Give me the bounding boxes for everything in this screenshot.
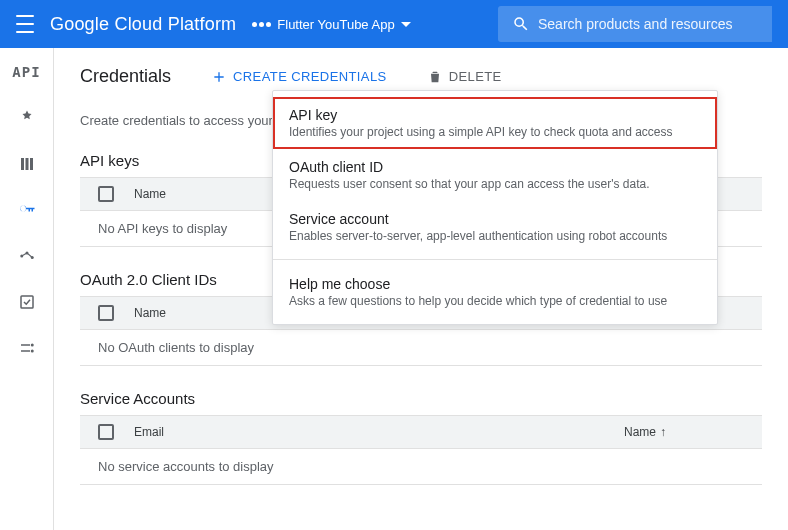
search-box[interactable] (498, 6, 772, 42)
checkbox[interactable] (98, 186, 114, 202)
search-input[interactable] (538, 16, 758, 32)
col-email[interactable]: Email (134, 425, 604, 439)
menu-item-help-me-choose[interactable]: Help me choose Asks a few questions to h… (273, 266, 717, 318)
create-credentials-label: CREATE CREDENTIALS (233, 69, 387, 84)
checkbox[interactable] (98, 305, 114, 321)
project-name: Flutter YouTube App (277, 17, 394, 32)
menu-item-oauth-client-id[interactable]: OAuth client ID Requests user consent so… (273, 149, 717, 201)
col-name[interactable]: Name (134, 187, 166, 201)
api-rail-label[interactable]: API (15, 60, 39, 84)
svg-point-5 (30, 350, 33, 353)
col-name[interactable]: Name↑ (624, 425, 666, 439)
checkbox[interactable] (98, 424, 114, 440)
section-service-accounts: Service Accounts Email Name↑ No service … (54, 390, 788, 485)
menu-item-api-key[interactable]: API key Identifies your project using a … (273, 97, 717, 149)
project-selector[interactable]: Flutter YouTube App (252, 17, 410, 32)
menu-item-title: OAuth client ID (289, 159, 701, 175)
chevron-down-icon (401, 22, 411, 27)
menu-icon[interactable] (16, 15, 34, 33)
menu-item-service-account[interactable]: Service account Enables server-to-server… (273, 201, 717, 253)
delete-button[interactable]: DELETE (427, 69, 502, 85)
top-header: Google Cloud Platform Flutter YouTube Ap… (0, 0, 788, 48)
create-credentials-button[interactable]: CREATE CREDENTIALS (211, 69, 387, 85)
menu-item-title: Help me choose (289, 276, 701, 292)
page-title: Credentials (80, 66, 171, 87)
dashboard-icon[interactable] (15, 106, 39, 130)
search-icon (512, 15, 530, 33)
menu-item-desc: Asks a few questions to help you decide … (289, 294, 701, 308)
library-icon[interactable] (15, 152, 39, 176)
table-head: Email Name↑ (80, 415, 762, 449)
key-icon[interactable] (15, 198, 39, 222)
settings-icon[interactable] (15, 336, 39, 360)
main-content: Credentials CREATE CREDENTIALS DELETE Cr… (54, 48, 788, 530)
menu-item-title: Service account (289, 211, 701, 227)
project-icon (252, 22, 271, 27)
delete-label: DELETE (449, 69, 502, 84)
empty-row: No OAuth clients to display (80, 330, 762, 366)
side-rail: API (0, 48, 54, 530)
plus-icon (211, 69, 227, 85)
svg-point-4 (30, 344, 33, 347)
svg-rect-3 (21, 296, 33, 308)
trash-icon (427, 69, 443, 85)
menu-item-title: API key (289, 107, 701, 123)
menu-item-desc: Requests user consent so that your app c… (289, 177, 701, 191)
menu-separator (273, 259, 717, 260)
menu-item-desc: Identifies your project using a simple A… (289, 125, 701, 139)
menu-item-desc: Enables server-to-server, app-level auth… (289, 229, 701, 243)
create-credentials-menu: API key Identifies your project using a … (272, 90, 718, 325)
arrow-up-icon: ↑ (660, 425, 666, 439)
consent-icon[interactable] (15, 290, 39, 314)
section-title: Service Accounts (80, 390, 762, 407)
quotas-icon[interactable] (15, 244, 39, 268)
empty-row: No service accounts to display (80, 449, 762, 485)
brand-label: Google Cloud Platform (50, 14, 236, 35)
